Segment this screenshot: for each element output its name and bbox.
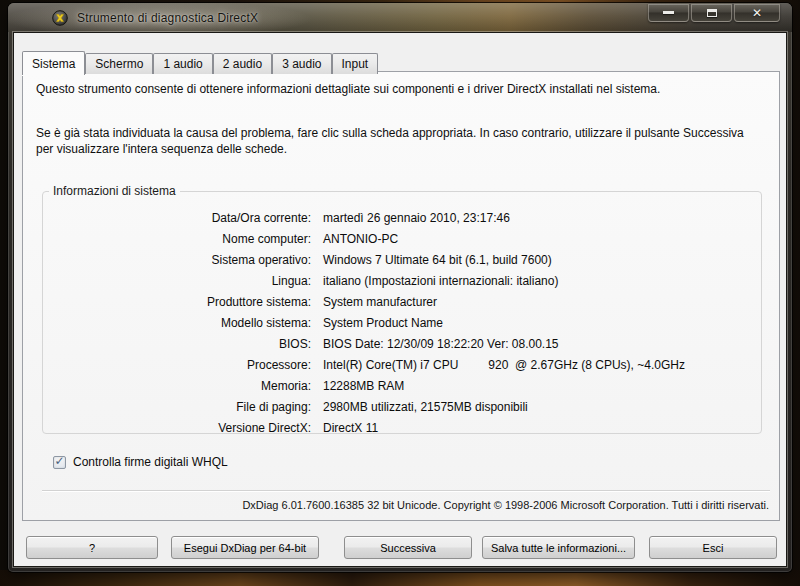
- row-value: BIOS Date: 12/30/09 18:22:20 Ver: 08.00.…: [323, 337, 559, 351]
- row-bios: BIOS: BIOS Date: 12/30/09 18:22:20 Ver: …: [43, 333, 761, 354]
- tab-sistema[interactable]: Sistema: [22, 51, 85, 75]
- row-nome-computer: Nome computer: ANTONIO-PC: [43, 228, 761, 249]
- row-value: DirectX 11: [323, 421, 378, 435]
- exit-button[interactable]: Esci: [649, 536, 777, 559]
- row-value: 2980MB utilizzati, 21575MB disponibili: [323, 400, 528, 414]
- row-label: Lingua:: [43, 274, 311, 288]
- row-value: martedì 26 gennaio 2010, 23:17:46: [323, 211, 510, 225]
- tab-1-audio[interactable]: 1 audio: [153, 53, 212, 74]
- dxdiag-window: Strumento di diagnostica DirectX ✕ Siste…: [8, 3, 792, 572]
- desktop-wallpaper-strip: [0, 570, 800, 586]
- footer-separator: [42, 490, 770, 492]
- run-dxdiag-64bit-button[interactable]: Esegui DxDiag per 64-bit: [171, 536, 319, 559]
- maximize-icon: [707, 9, 717, 17]
- help-button[interactable]: ?: [26, 536, 158, 559]
- save-all-information-button[interactable]: Salva tutte le informazioni...: [482, 536, 635, 559]
- row-file-di-paging: File di paging: 2980MB utilizzati, 21575…: [43, 396, 761, 417]
- row-data-ora: Data/Ora corrente: martedì 26 gennaio 20…: [43, 207, 761, 228]
- tab-schermo[interactable]: Schermo: [85, 53, 153, 74]
- row-label: Modello sistema:: [43, 316, 311, 330]
- row-memoria: Memoria: 12288MB RAM: [43, 375, 761, 396]
- row-label: Produttore sistema:: [43, 295, 311, 309]
- tab-3-audio[interactable]: 3 audio: [272, 53, 331, 74]
- row-modello-sistema: Modello sistema: System Product Name: [43, 312, 761, 333]
- row-processore: Processore: Intel(R) Core(TM) i7 CPU 920…: [43, 354, 761, 375]
- minimize-button[interactable]: [648, 3, 689, 22]
- row-value: ANTONIO-PC: [323, 232, 398, 246]
- next-button[interactable]: Successiva: [344, 536, 472, 559]
- row-value: Windows 7 Ultimate 64 bit (6.1, build 76…: [323, 253, 552, 267]
- row-versione-directx: Versione DirectX: DirectX 11: [43, 417, 761, 438]
- intro-paragraph-2: Se è già stata individuata la causa del …: [36, 125, 763, 157]
- row-label: Sistema operativo:: [43, 253, 311, 267]
- whql-checkbox[interactable]: ✓: [53, 456, 66, 469]
- row-value: 12288MB RAM: [323, 379, 404, 393]
- row-label: BIOS:: [43, 337, 311, 351]
- row-sistema-operativo: Sistema operativo: Windows 7 Ultimate 64…: [43, 249, 761, 270]
- row-value: System Product Name: [323, 316, 443, 330]
- checkmark-icon: ✓: [54, 456, 64, 466]
- tab-page-sistema: Questo strumento consente di ottenere in…: [22, 71, 780, 521]
- tab-2-audio[interactable]: 2 audio: [213, 53, 272, 74]
- row-label: Data/Ora corrente:: [43, 211, 311, 225]
- close-button[interactable]: ✕: [734, 3, 780, 22]
- intro-paragraph-1: Questo strumento consente di ottenere in…: [36, 81, 763, 97]
- close-icon: ✕: [752, 7, 762, 19]
- system-info-group-title: Informazioni di sistema: [49, 184, 180, 198]
- row-value: System manufacturer: [323, 295, 437, 309]
- row-produttore-sistema: Produttore sistema: System manufacturer: [43, 291, 761, 312]
- minimize-icon: [663, 11, 674, 14]
- row-label: Memoria:: [43, 379, 311, 393]
- tab-strip: Sistema Schermo 1 audio 2 audio 3 audio …: [22, 50, 378, 74]
- system-info-groupbox: Informazioni di sistema Data/Ora corrent…: [42, 184, 762, 434]
- window-caption-buttons: ✕: [648, 3, 780, 22]
- dialog-client-area: Sistema Schermo 1 audio 2 audio 3 audio …: [13, 32, 787, 567]
- copyright-text: DxDiag 6.01.7600.16385 32 bit Unicode. C…: [242, 499, 769, 511]
- row-label: Versione DirectX:: [43, 421, 311, 435]
- window-title: Strumento di diagnostica DirectX: [77, 11, 258, 25]
- whql-checkbox-label: Controlla firme digitali WHQL: [73, 455, 228, 469]
- row-value: italiano (Impostazioni internazionali: i…: [323, 274, 558, 288]
- row-label: Processore:: [43, 358, 311, 372]
- row-label: File di paging:: [43, 400, 311, 414]
- row-label: Nome computer:: [43, 232, 311, 246]
- maximize-button[interactable]: [691, 3, 732, 22]
- row-value: Intel(R) Core(TM) i7 CPU 920 @ 2.67GHz (…: [323, 358, 685, 372]
- whql-checkbox-row: ✓ Controlla firme digitali WHQL: [53, 455, 228, 469]
- tab-input[interactable]: Input: [332, 53, 379, 74]
- system-info-rows: Data/Ora corrente: martedì 26 gennaio 20…: [43, 198, 761, 438]
- directx-logo-icon: [52, 10, 68, 26]
- row-lingua: Lingua: italiano (Impostazioni internazi…: [43, 270, 761, 291]
